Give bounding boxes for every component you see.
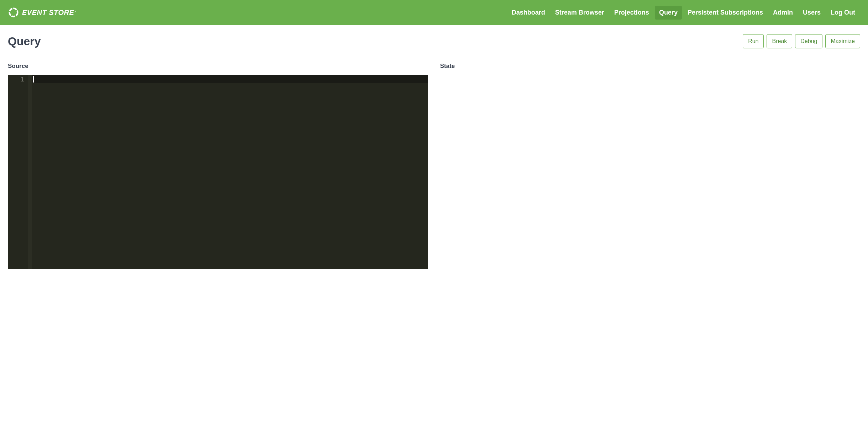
event-store-logo-icon: [9, 7, 19, 17]
header: EVENT STORE. Dashboard Stream Browser Pr…: [0, 0, 868, 25]
nav-users[interactable]: Users: [799, 6, 825, 20]
editor-gutter-margin: [28, 75, 32, 269]
brand-name: EVENT STORE.: [22, 9, 76, 17]
svg-point-0: [10, 9, 18, 17]
debug-button[interactable]: Debug: [795, 34, 822, 48]
break-button[interactable]: Break: [767, 34, 792, 48]
run-button[interactable]: Run: [743, 34, 764, 48]
main-nav: Dashboard Stream Browser Projections Que…: [507, 6, 859, 20]
source-heading: Source: [8, 63, 428, 70]
editor-gutter: 1: [8, 75, 28, 269]
nav-stream-browser[interactable]: Stream Browser: [551, 6, 609, 20]
editor-active-line: [32, 75, 428, 83]
line-number: 1: [8, 76, 24, 83]
action-buttons: Run Break Debug Maximize: [743, 34, 860, 48]
main-content: Query Run Break Debug Maximize Source 1: [0, 25, 868, 278]
nav-log-out[interactable]: Log Out: [826, 6, 859, 20]
brand-logo[interactable]: EVENT STORE.: [9, 7, 76, 17]
editor-cursor: [33, 76, 34, 83]
editor-body[interactable]: [32, 75, 428, 269]
maximize-button[interactable]: Maximize: [825, 34, 860, 48]
source-editor[interactable]: 1: [8, 75, 428, 269]
state-heading: State: [440, 63, 861, 70]
nav-query[interactable]: Query: [655, 6, 682, 20]
nav-dashboard[interactable]: Dashboard: [507, 6, 549, 20]
state-panel: State: [440, 63, 861, 269]
nav-admin[interactable]: Admin: [769, 6, 797, 20]
page-title: Query: [8, 35, 41, 48]
source-panel: Source 1: [8, 63, 428, 269]
panels: Source 1 State: [8, 63, 860, 269]
nav-persistent-subscriptions[interactable]: Persistent Subscriptions: [683, 6, 767, 20]
title-row: Query Run Break Debug Maximize: [8, 34, 860, 48]
nav-projections[interactable]: Projections: [610, 6, 653, 20]
